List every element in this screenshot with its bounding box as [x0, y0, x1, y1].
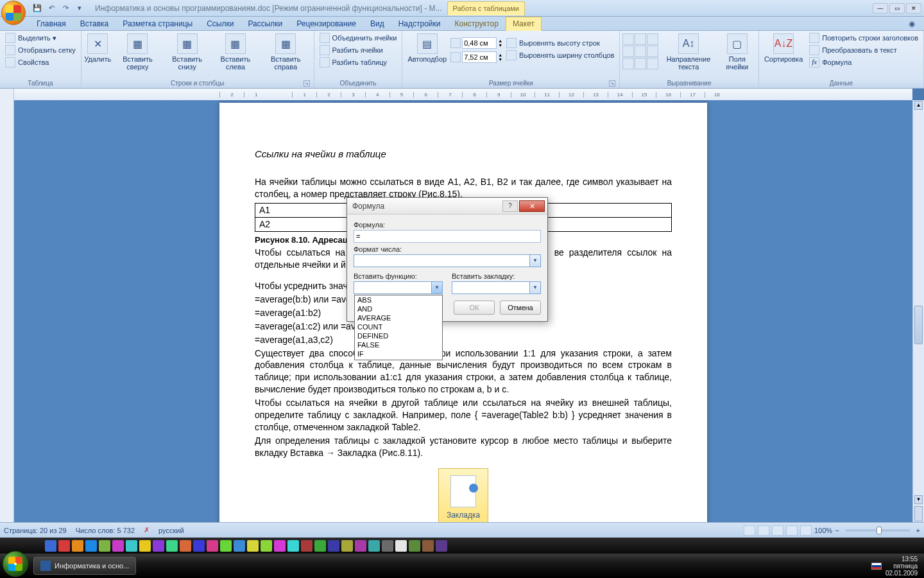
quick-launch-icon[interactable] [436, 540, 447, 552]
print-layout-view-button[interactable] [744, 525, 755, 536]
horizontal-ruler[interactable]: 21123456789101112131415161718 [14, 89, 912, 100]
insert-bookmark-combo[interactable]: ▼ [452, 281, 541, 294]
quick-launch-icon[interactable] [261, 540, 272, 552]
quick-launch-icon[interactable] [247, 540, 259, 552]
quick-launch-icon[interactable] [409, 540, 420, 552]
scroll-thumb[interactable] [914, 306, 923, 344]
convert-to-text-button[interactable]: Преобразовать в текст [807, 44, 921, 56]
full-screen-view-button[interactable] [758, 525, 769, 536]
start-button[interactable] [3, 551, 28, 577]
quick-launch-icon[interactable] [314, 540, 326, 552]
function-option[interactable]: FALSE [355, 340, 442, 349]
quick-launch-icon[interactable] [72, 540, 83, 552]
quick-launch-icon[interactable] [301, 540, 312, 552]
tab-layout[interactable]: Макет [506, 17, 542, 31]
number-format-combo[interactable]: ▼ [354, 254, 541, 267]
save-icon[interactable]: 💾 [32, 3, 42, 13]
cellsize-launcher[interactable]: ↘ [609, 80, 615, 87]
ribbon-help-icon[interactable]: ◉ [905, 17, 919, 30]
quick-launch-icon[interactable] [328, 540, 339, 552]
tab-page-layout[interactable]: Разметка страницы [116, 17, 200, 30]
function-option[interactable]: INT [355, 358, 442, 360]
function-option[interactable]: AVERAGE [355, 313, 442, 322]
quick-launch-icon[interactable] [207, 540, 218, 552]
scroll-down-button[interactable]: ▼ [914, 495, 923, 504]
insert-function-combo[interactable]: ▼ ABSANDAVERAGECOUNTDEFINEDFALSEIFINT [354, 281, 443, 294]
clock[interactable]: 13:55 пятница 02.01.2009 [886, 556, 918, 577]
office-button[interactable] [1, 1, 26, 25]
properties-button[interactable]: Свойства [3, 57, 78, 68]
quick-launch-icon[interactable] [368, 540, 380, 552]
col-width-input[interactable] [462, 51, 497, 63]
formula-button[interactable]: fxФормула [807, 57, 921, 68]
language-flag-icon[interactable] [871, 563, 882, 570]
align-br-icon[interactable] [647, 58, 658, 69]
tab-references[interactable]: Ссылки [200, 17, 241, 30]
function-option[interactable]: COUNT [355, 322, 442, 331]
zoom-in-button[interactable]: + [916, 527, 920, 534]
redo-icon[interactable]: ↷ [60, 3, 71, 13]
word-count[interactable]: Число слов: 5 732 [76, 527, 135, 534]
minimize-button[interactable]: — [873, 3, 888, 13]
chevron-down-icon[interactable]: ▼ [431, 282, 442, 293]
align-mr-icon[interactable] [647, 46, 658, 57]
quick-launch-icon[interactable] [220, 540, 232, 552]
quick-launch-icon[interactable] [45, 540, 56, 552]
qat-customize-icon[interactable]: ▾ [74, 3, 85, 13]
split-table-button[interactable]: Разбить таблицу [317, 57, 400, 68]
tab-insert[interactable]: Вставка [73, 17, 116, 30]
quick-launch-icon[interactable] [180, 540, 191, 552]
align-tl-icon[interactable] [622, 33, 634, 45]
zoom-slider[interactable] [846, 529, 910, 532]
quick-launch-icon[interactable] [422, 540, 434, 552]
text-direction-button[interactable]: A↕Направление текста [660, 32, 717, 72]
select-button[interactable]: Выделить ▾ [3, 32, 78, 44]
zoom-out-button[interactable]: − [835, 527, 839, 534]
insert-left-button[interactable]: ▦Вставить слева [212, 32, 259, 72]
quick-launch-icon[interactable] [193, 540, 205, 552]
cancel-button[interactable]: Отмена [500, 301, 541, 315]
undo-icon[interactable]: ↶ [46, 3, 56, 13]
quick-launch-icon[interactable] [166, 540, 178, 552]
outline-view-button[interactable] [786, 525, 798, 536]
dialog-close-button[interactable]: ✕ [519, 200, 545, 212]
quick-launch-icon[interactable] [112, 540, 124, 552]
align-bl-icon[interactable] [622, 58, 634, 69]
align-bc-icon[interactable] [635, 58, 646, 69]
tab-home[interactable]: Главная [30, 17, 73, 30]
zoom-slider-thumb[interactable] [877, 527, 882, 534]
dialog-titlebar[interactable]: Формула ? ✕ [347, 198, 547, 215]
quick-launch-icon[interactable] [382, 540, 393, 552]
taskbar-app-word[interactable]: Информатика и осно... [33, 557, 136, 575]
quick-launch-icon[interactable] [395, 540, 407, 552]
quick-launch-icon[interactable] [58, 540, 70, 552]
align-tc-icon[interactable] [635, 33, 646, 45]
function-option[interactable]: IF [355, 349, 442, 358]
align-ml-icon[interactable] [622, 46, 634, 57]
formula-input[interactable] [354, 230, 541, 243]
dialog-help-button[interactable]: ? [502, 200, 518, 212]
tab-view[interactable]: Вид [363, 17, 391, 30]
browse-object-button[interactable] [914, 506, 923, 521]
quick-launch-icon[interactable] [234, 540, 245, 552]
page-indicator[interactable]: Страница: 20 из 29 [4, 527, 67, 534]
repeat-header-rows-button[interactable]: Повторить строки заголовков [807, 32, 921, 44]
quick-launch-icon[interactable] [139, 540, 151, 552]
function-option[interactable]: AND [355, 304, 442, 313]
insert-above-button[interactable]: ▦Вставить сверху [113, 32, 163, 72]
tab-design[interactable]: Конструктор [448, 17, 506, 30]
align-tr-icon[interactable] [647, 33, 658, 45]
split-cells-button[interactable]: Разбить ячейки [317, 44, 400, 56]
width-spinner[interactable]: ▲▼ [498, 53, 502, 62]
quick-launch-icon[interactable] [355, 540, 366, 552]
distribute-rows-button[interactable]: Выровнять высоту строк [504, 37, 617, 49]
restore-button[interactable]: ▭ [889, 3, 905, 13]
quick-launch-icon[interactable] [341, 540, 353, 552]
quick-launch-icon[interactable] [153, 540, 164, 552]
quick-launch-icon[interactable] [85, 540, 97, 552]
align-mc-icon[interactable] [635, 46, 646, 57]
scroll-up-button[interactable]: ▲ [914, 101, 923, 110]
sort-button[interactable]: A↓ZСортировка [762, 32, 805, 64]
function-option[interactable]: ABS [355, 295, 442, 304]
row-height-input[interactable] [462, 37, 497, 49]
